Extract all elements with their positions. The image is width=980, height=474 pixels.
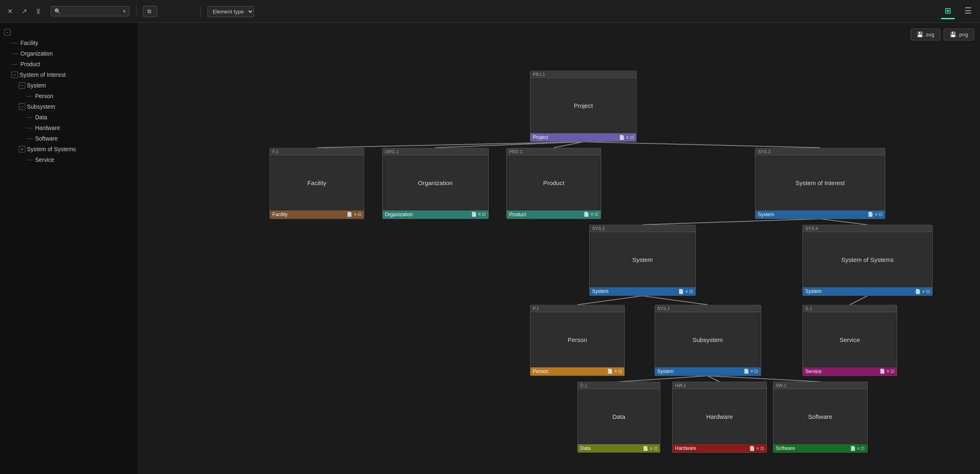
node-sys-4[interactable]: SYS.4System of SystemsSystem📄 ≡ ⊡ — [802, 225, 933, 296]
sidebar-item-service[interactable]: Service — [0, 154, 138, 165]
node-title-sys-3: System of Interest — [755, 155, 885, 210]
connector-SYS.4-S.1 — [850, 296, 868, 305]
connector-SYS.3-SYS.4 — [820, 219, 868, 225]
connector-SYS.3-SYS.2 — [643, 219, 820, 225]
export-svg-button[interactable]: 💾 .svg — [911, 29, 940, 40]
node-footer-icons-f-1: 📄 ≡ ⊡ — [347, 212, 361, 217]
layer-button[interactable]: ⧉ — [143, 6, 157, 17]
toolbar-right: ⊞ ☰ — [941, 3, 975, 19]
node-title-prj-1: Project — [530, 78, 636, 133]
node-footer-label-prd-1: Product — [509, 212, 526, 217]
expand-icon-system-of-systems: + — [19, 146, 25, 152]
node-sys-3[interactable]: SYS.3System of InterestSystem📄 ≡ ⊡ — [755, 148, 885, 219]
node-f-1[interactable]: F.1FacilityFacility📄 ≡ ⊡ — [270, 148, 364, 219]
sidebar-item-system[interactable]: −System — [0, 80, 138, 91]
node-footer-icons-d-1: 📄 ≡ ⊡ — [643, 446, 657, 451]
connector-SYS.1-SW.1 — [708, 376, 820, 382]
node-footer-label-d-1: Data — [580, 445, 590, 451]
sidebar-item-subsystem[interactable]: −Subsystem — [0, 101, 138, 112]
level1-button[interactable] — [161, 10, 169, 13]
expand-icon-project: − — [4, 29, 11, 36]
node-title-sys-4: System of Systems — [803, 232, 932, 287]
node-footer-sys-2: System📄 ≡ ⊡ — [590, 287, 695, 295]
export-png-button[interactable]: 💾 .png — [944, 29, 974, 40]
sidebar-item-hardware[interactable]: Hardware — [0, 123, 138, 133]
node-footer-sys-1: System📄 ≡ ⊡ — [655, 367, 761, 376]
expand-icon-system: − — [19, 82, 25, 89]
search-icon: 🔍 — [54, 8, 61, 14]
node-title-d-1: Data — [578, 389, 660, 444]
node-id-d-1: D.1 — [578, 382, 660, 389]
sidebar-item-data[interactable]: Data — [0, 112, 138, 123]
connector-PRJ.1-F.1 — [317, 142, 584, 148]
node-footer-org-1: Organization📄 ≡ ⊡ — [383, 210, 488, 219]
node-footer-label-prj-1: Project — [533, 134, 548, 140]
sidebar-label-data: Data — [35, 114, 47, 121]
node-footer-s-1: Service📄 ≡ ⊡ — [803, 367, 897, 376]
node-title-prd-1: Product — [507, 155, 601, 210]
sidebar-label-system-of-interest: System of Interest — [20, 72, 66, 78]
close-button[interactable]: ✕ — [5, 6, 15, 17]
node-p-1[interactable]: P.1PersonPerson📄 ≡ ⊡ — [530, 305, 625, 376]
node-footer-icons-s-1: 📄 ≡ ⊡ — [880, 369, 894, 374]
node-footer-icons-p-1: 📄 ≡ ⊡ — [607, 369, 622, 374]
connector-SYS.1-HW.1 — [708, 376, 719, 382]
diagram: PRJ.1ProjectProject📄 ≡ ⊡F.1FacilityFacil… — [139, 23, 980, 474]
node-footer-label-sys-4: System — [805, 288, 822, 294]
sidebar-item-product[interactable]: Product — [0, 59, 138, 69]
node-id-org-1: ORG.1 — [383, 148, 488, 155]
sidebar-label-service: Service — [35, 157, 54, 163]
expand-icon-subsystem: − — [19, 103, 25, 110]
dash-product — [11, 64, 18, 65]
view-table-button[interactable]: ☰ — [961, 3, 975, 19]
canvas[interactable]: 💾 .svg 💾 .png PRJ.1ProjectProject📄 ≡ ⊡F.… — [139, 23, 980, 474]
toolbar: ✕ ↗ ⊻ 🔍 ▾ ⧉ Element type ⊞ ☰ — [0, 0, 980, 23]
node-footer-sys-3: System📄 ≡ ⊡ — [755, 210, 885, 219]
dash-facility — [11, 43, 18, 43]
node-d-1[interactable]: D.1DataData📄 ≡ ⊡ — [577, 382, 660, 453]
node-sys-2[interactable]: SYS.2SystemSystem📄 ≡ ⊡ — [589, 225, 696, 296]
sidebar-label-software: Software — [35, 135, 58, 142]
node-id-sys-3: SYS.3 — [755, 148, 885, 155]
node-prj-1[interactable]: PRJ.1ProjectProject📄 ≡ ⊡ — [530, 71, 637, 142]
node-footer-hw-1: Hardware📄 ≡ ⊡ — [673, 444, 766, 452]
sidebar-item-project[interactable]: − — [0, 27, 138, 38]
dropdown-icon[interactable]: ▾ — [123, 8, 126, 14]
node-footer-label-sys-1: System — [657, 369, 674, 374]
node-footer-icons-sys-1: 📄 ≡ ⊡ — [744, 369, 758, 374]
node-id-hw-1: HW.1 — [673, 382, 766, 389]
connector-PRJ.1-SYS.3 — [584, 142, 820, 148]
node-sw-1[interactable]: SW.1SoftwareSoftware📄 ≡ ⊡ — [773, 382, 868, 453]
view-tree-button[interactable]: ⊞ — [941, 3, 955, 19]
divider-2 — [200, 5, 201, 18]
sidebar-item-facility[interactable]: Facility — [0, 38, 138, 48]
node-sys-1[interactable]: SYS.1SubsystemSystem📄 ≡ ⊡ — [655, 305, 761, 376]
expand-button[interactable]: ↗ — [19, 6, 29, 17]
node-footer-prj-1: Project📄 ≡ ⊡ — [530, 133, 636, 141]
sidebar-label-product: Product — [20, 61, 40, 67]
sidebar-item-organization[interactable]: Organization — [0, 48, 138, 59]
node-title-sys-1: Subsystem — [655, 312, 761, 367]
pin-button[interactable]: ⊻ — [33, 6, 43, 17]
element-labels-select[interactable]: Element type — [207, 6, 254, 17]
sidebar-item-software[interactable]: Software — [0, 133, 138, 144]
node-footer-label-p-1: Person — [533, 369, 548, 374]
search-input[interactable] — [63, 8, 120, 14]
sidebar-label-hardware: Hardware — [35, 125, 60, 131]
node-footer-label-hw-1: Hardware — [675, 445, 696, 451]
node-footer-icons-org-1: 📄 ≡ ⊡ — [471, 212, 486, 217]
dash-organization — [11, 54, 18, 54]
node-hw-1[interactable]: HW.1HardwareHardware📄 ≡ ⊡ — [672, 382, 767, 453]
node-s-1[interactable]: S.1ServiceService📄 ≡ ⊡ — [802, 305, 897, 376]
node-id-sys-4: SYS.4 — [803, 225, 932, 232]
level3-button[interactable] — [186, 10, 194, 13]
sidebar-item-system-of-interest[interactable]: −System of Interest — [0, 69, 138, 80]
sidebar-item-person[interactable]: Person — [0, 91, 138, 101]
level2-button[interactable] — [174, 10, 182, 13]
sidebar-item-system-of-systems[interactable]: +System of Systems — [0, 144, 138, 154]
node-org-1[interactable]: ORG.1OrganizationOrganization📄 ≡ ⊡ — [382, 148, 489, 219]
node-footer-label-sw-1: Software — [776, 445, 795, 451]
node-prd-1[interactable]: PRD.1ProductProduct📄 ≡ ⊡ — [506, 148, 601, 219]
divider-1 — [136, 5, 136, 18]
node-footer-label-sys-2: System — [592, 288, 608, 294]
